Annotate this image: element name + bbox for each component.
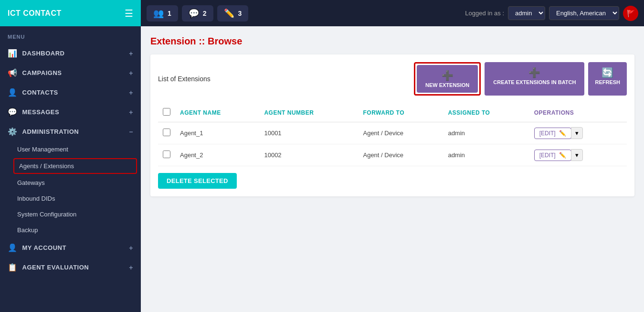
sidebar-item-my-account[interactable]: 👤 MY ACCOUNT + <box>0 238 141 258</box>
sidebar-sub-inbound-dids[interactable]: Inbound DIDs <box>10 191 141 206</box>
logged-in-label: Logged in as : <box>465 10 504 17</box>
sidebar-item-dashboard-label: DASHBOARD <box>22 50 65 57</box>
inbound-dids-label: Inbound DIDs <box>17 195 55 202</box>
sidebar-item-contacts[interactable]: 👤 CONTACTS + <box>0 83 141 102</box>
refresh-icon: 🔄 <box>602 67 613 78</box>
messages-plus-icon: + <box>129 108 133 116</box>
sidebar-sub-system-configuration[interactable]: System Configuration <box>10 206 141 222</box>
admin-submenu: User Management Agents / Extensions Gate… <box>0 141 141 238</box>
row-checkbox-1[interactable] <box>163 151 170 158</box>
brand-area: ICT CONTACT ☰ <box>0 0 141 26</box>
edit-button-0[interactable]: [EDIT] ✏️ <box>534 128 571 139</box>
messages-icon: 💬 <box>8 108 18 117</box>
edit-dropdown-button-1[interactable]: ▾ <box>571 149 583 161</box>
badge-2-num: 2 <box>203 10 207 17</box>
row-assigned-to: admin <box>443 122 529 144</box>
sidebar-sub-user-management[interactable]: User Management <box>10 141 141 157</box>
row-operations: [EDIT] ✏️ ▾ <box>529 122 627 144</box>
sidebar-item-administration[interactable]: ⚙️ ADMINISTRATION − <box>0 122 141 141</box>
flag-button[interactable]: 🚩 <box>623 6 638 21</box>
row-agent-number: 10001 <box>259 122 358 144</box>
nav-badge-2[interactable]: 💬 2 <box>182 5 213 22</box>
extensions-table: AGENT NAME AGENT NUMBER FORWARD TO ASSIG… <box>158 103 627 166</box>
user-select[interactable]: admin <box>508 6 545 20</box>
my-account-plus-icon: + <box>129 244 133 252</box>
main-layout: MENU 📊 DASHBOARD + 📢 CAMPAIGNS + 👤 CONTA… <box>0 26 644 312</box>
sidebar-sub-backup[interactable]: Backup <box>10 222 141 238</box>
table-header-row: List of Extensions ➕ NEW EXTENSION ➕ CRE… <box>158 62 627 96</box>
nav-badge-3[interactable]: ✏️ 3 <box>217 5 249 22</box>
users-icon: 👥 <box>153 8 164 19</box>
th-assigned-to: ASSIGNED TO <box>443 103 529 122</box>
edit-pencil-icon: ✏️ <box>559 130 566 137</box>
contacts-icon: 👤 <box>8 88 18 97</box>
nav-badge-1[interactable]: 👥 1 <box>147 5 178 22</box>
delete-selected-button[interactable]: DELETE SELECTED <box>158 173 237 189</box>
top-header: ICT CONTACT ☰ 👥 1 💬 2 ✏️ 3 Logged in as … <box>0 0 644 26</box>
row-checkbox-cell <box>158 144 175 166</box>
sidebar-item-campaigns[interactable]: 📢 CAMPAIGNS + <box>0 63 141 83</box>
header-right: 👥 1 💬 2 ✏️ 3 Logged in as : admin Englis… <box>141 5 644 22</box>
badge-1-num: 1 <box>168 10 171 17</box>
system-configuration-label: System Configuration <box>17 211 76 218</box>
list-label: List of Extensions <box>158 75 211 83</box>
dashboard-icon: 📊 <box>8 49 18 58</box>
content-area: Extension :: Browse List of Extensions ➕… <box>141 26 644 312</box>
refresh-label: REFRESH <box>595 79 620 85</box>
sidebar-item-contacts-label: CONTACTS <box>22 89 58 96</box>
sidebar-item-messages[interactable]: 💬 MESSAGES + <box>0 102 141 122</box>
batch-plus-icon: ➕ <box>528 67 540 78</box>
th-checkbox <box>158 103 175 122</box>
create-extensions-batch-button[interactable]: ➕ CREATE EXTENSIONS IN BATCH <box>485 62 584 96</box>
sidebar-item-my-account-label: MY ACCOUNT <box>22 244 66 251</box>
row-checkbox-0[interactable] <box>163 129 170 136</box>
th-agent-name: AGENT NAME <box>175 103 259 122</box>
table-row: Agent_2 10002 Agent / Device admin [EDIT… <box>158 144 627 166</box>
row-forward-to: Agent / Device <box>358 144 443 166</box>
row-agent-name: Agent_1 <box>175 122 259 144</box>
badge-3-num: 3 <box>238 10 242 17</box>
new-extension-button[interactable]: ➕ NEW EXTENSION <box>417 65 478 93</box>
row-agent-name: Agent_2 <box>175 144 259 166</box>
row-forward-to: Agent / Device <box>358 122 443 144</box>
sidebar-sub-agents-extensions[interactable]: Agents / Extensions <box>13 158 137 174</box>
agent-evaluation-icon: 📋 <box>8 263 18 272</box>
administration-minus-icon: − <box>129 128 133 136</box>
table-actions: ➕ NEW EXTENSION ➕ CREATE EXTENSIONS IN B… <box>414 62 627 96</box>
agent-evaluation-plus-icon: + <box>129 264 133 271</box>
row-agent-number: 10002 <box>259 144 358 166</box>
page-title: Extension :: Browse <box>150 36 634 47</box>
sidebar-item-dashboard[interactable]: 📊 DASHBOARD + <box>0 43 141 63</box>
highlight-box: ➕ NEW EXTENSION <box>414 62 481 96</box>
dashboard-plus-icon: + <box>129 50 133 57</box>
chat-icon: 💬 <box>189 8 199 19</box>
sidebar: MENU 📊 DASHBOARD + 📢 CAMPAIGNS + 👤 CONTA… <box>0 26 141 312</box>
table-row: Agent_1 10001 Agent / Device admin [EDIT… <box>158 122 627 144</box>
hamburger-icon[interactable]: ☰ <box>125 8 133 19</box>
nav-badges: 👥 1 💬 2 ✏️ 3 <box>147 5 461 22</box>
new-extension-label: NEW EXTENSION <box>425 82 469 88</box>
edit-button-1[interactable]: [EDIT] ✏️ <box>534 150 571 161</box>
sidebar-sub-gateways[interactable]: Gateways <box>10 175 141 191</box>
sidebar-item-agent-evaluation[interactable]: 📋 AGENT EVALUATION + <box>0 258 141 277</box>
row-assigned-to: admin <box>443 144 529 166</box>
administration-icon: ⚙️ <box>8 127 18 136</box>
user-management-label: User Management <box>17 146 68 153</box>
gateways-label: Gateways <box>17 179 45 186</box>
refresh-button[interactable]: 🔄 REFRESH <box>588 62 627 96</box>
th-operations: OPERATIONS <box>529 103 627 122</box>
brand-title: ICT CONTACT <box>8 9 62 18</box>
select-all-checkbox[interactable] <box>163 108 170 116</box>
sidebar-item-agent-evaluation-label: AGENT EVALUATION <box>22 264 89 271</box>
contacts-plus-icon: + <box>129 89 133 97</box>
delete-selected-label: DELETE SELECTED <box>167 177 228 184</box>
menu-section-label: MENU <box>0 26 141 43</box>
th-agent-number: AGENT NUMBER <box>259 103 358 122</box>
language-select[interactable]: English, American <box>549 6 619 20</box>
edit-icon: ✏️ <box>224 8 234 19</box>
edit-dropdown-button-0[interactable]: ▾ <box>571 127 583 139</box>
sidebar-item-administration-label: ADMINISTRATION <box>22 128 79 135</box>
sidebar-item-messages-label: MESSAGES <box>22 108 60 116</box>
edit-pencil-icon: ✏️ <box>559 152 566 159</box>
create-batch-label: CREATE EXTENSIONS IN BATCH <box>493 79 576 85</box>
